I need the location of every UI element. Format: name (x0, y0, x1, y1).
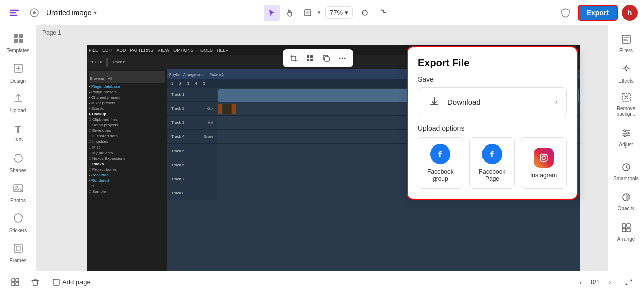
next-page-button[interactable]: › (604, 276, 616, 288)
left-sidebar: Templates Design Upload T Text (0, 25, 36, 271)
fl-track-label: Track 6 (112, 60, 125, 64)
text-label: Text (13, 136, 22, 142)
zoom-control[interactable]: 77% ▾ (325, 6, 353, 19)
right-sidebar-effects[interactable]: Effects (611, 59, 641, 89)
canvas-area: Page 1 FILE EDIT ADD PATTERNS VIEW OPTIO… (36, 25, 608, 271)
svg-rect-13 (14, 185, 23, 192)
select-tool-button[interactable] (264, 5, 280, 21)
export-button[interactable]: Export (578, 5, 618, 21)
svg-rect-6 (306, 11, 309, 14)
fl-track5-label: Track 5 (171, 149, 184, 153)
main-area: Templates Design Upload T Text (0, 25, 644, 271)
sidebar-item-text[interactable]: T Text (3, 119, 33, 148)
fl-playlist-label: Playlist - Arrangement (169, 72, 203, 76)
svg-rect-21 (310, 59, 313, 61)
fl-track-header-5: 5 (203, 82, 205, 85)
arrange-label: Arrange (617, 236, 635, 242)
tool-controls: ▾ (264, 5, 321, 21)
title-chevron-icon: ▾ (94, 9, 97, 16)
prev-page-button[interactable]: ‹ (575, 276, 587, 288)
download-left: Download (426, 94, 481, 110)
shapes-label: Shapes (10, 168, 27, 173)
svg-point-32 (627, 132, 629, 134)
sidebar-item-stickers[interactable]: Stickers (3, 209, 33, 237)
right-sidebar-filters[interactable]: Filters (611, 29, 641, 58)
sidebar-item-templates[interactable]: Templates (3, 29, 33, 57)
fl-browser-label: Browser - All (90, 76, 112, 81)
svg-point-4 (33, 11, 36, 14)
instagram-option[interactable]: Instagram (521, 137, 567, 189)
fl-track-header-3: 3 (187, 82, 189, 85)
remove-bg-label: Remove backgr... (611, 106, 641, 117)
sidebar-item-photos[interactable]: Photos (3, 179, 33, 207)
export-panel: Export File Save Download › Upload optio… (407, 46, 578, 200)
page-navigation: ‹ 0/1 › (575, 276, 616, 288)
bottom-delete-button[interactable] (28, 275, 42, 289)
sidebar-item-shapes[interactable]: Shapes (3, 149, 33, 177)
fl-s: □ s (89, 183, 165, 189)
topbar-right: Export h (557, 5, 638, 21)
page-label: Page 1 (42, 29, 61, 36)
fl-divider (106, 58, 108, 67)
crop-tool-button[interactable] (287, 51, 301, 65)
grid-tool-button[interactable] (303, 51, 317, 65)
svg-point-27 (542, 156, 545, 160)
expand-button[interactable] (622, 275, 636, 289)
upload-options-grid: Facebookgroup FacebookPage (418, 137, 567, 189)
download-row[interactable]: Download › (418, 87, 567, 116)
right-sidebar-arrange[interactable]: Arrange (611, 217, 641, 247)
svg-point-12 (14, 154, 22, 162)
fl-beat3 (227, 104, 231, 114)
zoom-value: 77% (330, 9, 343, 16)
download-chevron-icon: › (555, 97, 558, 106)
svg-rect-42 (12, 283, 15, 286)
home-button[interactable] (26, 5, 42, 21)
frame-tool-button[interactable] (300, 5, 316, 21)
fl-recorded: • Recorded (89, 172, 165, 178)
svg-rect-41 (16, 279, 19, 282)
facebook-group-icon (430, 144, 450, 164)
fl-rendered: • Rendered (89, 178, 165, 183)
svg-rect-36 (622, 224, 626, 227)
redo-button[interactable] (374, 5, 390, 21)
upload-icon (13, 93, 24, 107)
right-sidebar-smart-tools[interactable]: Smart tools (611, 157, 641, 186)
fl-misc: □ Misc (89, 144, 165, 150)
right-sidebar-opacity[interactable]: Opacity (611, 187, 641, 216)
fl-envelopes: □ Envelopes (89, 128, 165, 133)
logo-button[interactable] (6, 5, 22, 21)
fl-menu-tools: TOOLS (198, 48, 213, 53)
more-options-button[interactable] (335, 51, 349, 65)
svg-rect-38 (622, 228, 626, 232)
fl-channel-presets: • Channel presets (89, 95, 165, 100)
sidebar-item-upload[interactable]: Upload (3, 89, 33, 117)
remove-bg-icon (621, 92, 631, 105)
sidebar-item-frames[interactable]: Frames (3, 239, 33, 267)
bottom-grid-button[interactable] (8, 275, 22, 289)
fl-nexus: □ Nexus Expansions (89, 156, 165, 161)
right-sidebar-remove-bg[interactable]: Remove backgr... (611, 90, 641, 119)
add-page-button[interactable]: Add page (48, 276, 95, 288)
effects-label: Effects (618, 78, 633, 84)
title-area[interactable]: Untitled image ▾ (46, 9, 97, 17)
fl-menu-options: OPTIONS (173, 48, 194, 53)
hand-tool-button[interactable] (282, 5, 298, 21)
avatar: h (622, 5, 638, 21)
templates-label: Templates (7, 48, 30, 53)
facebook-group-option[interactable]: Facebookgroup (418, 137, 463, 189)
frames-icon (13, 243, 24, 257)
facebook-page-option[interactable]: FacebookPage (469, 137, 515, 189)
fl-clipboard: □ Clipboard files (89, 117, 165, 122)
duplicate-tool-button[interactable] (319, 51, 333, 65)
fl-track2-label: Track 2 (171, 106, 184, 111)
sidebar-item-design[interactable]: Design (3, 59, 33, 88)
right-sidebar-adjust[interactable]: Adjust (611, 123, 641, 153)
svg-point-25 (344, 58, 346, 59)
fl-track8-label: Track 8 (171, 191, 184, 195)
fl-track-header-1: 1 (171, 82, 173, 85)
undo-button[interactable] (357, 5, 373, 21)
fl-packs: □ Packs (89, 161, 165, 167)
export-save-label: Save (418, 75, 567, 83)
fl-menu-view: VIEW (157, 48, 169, 53)
fl-beat1 (218, 104, 222, 114)
